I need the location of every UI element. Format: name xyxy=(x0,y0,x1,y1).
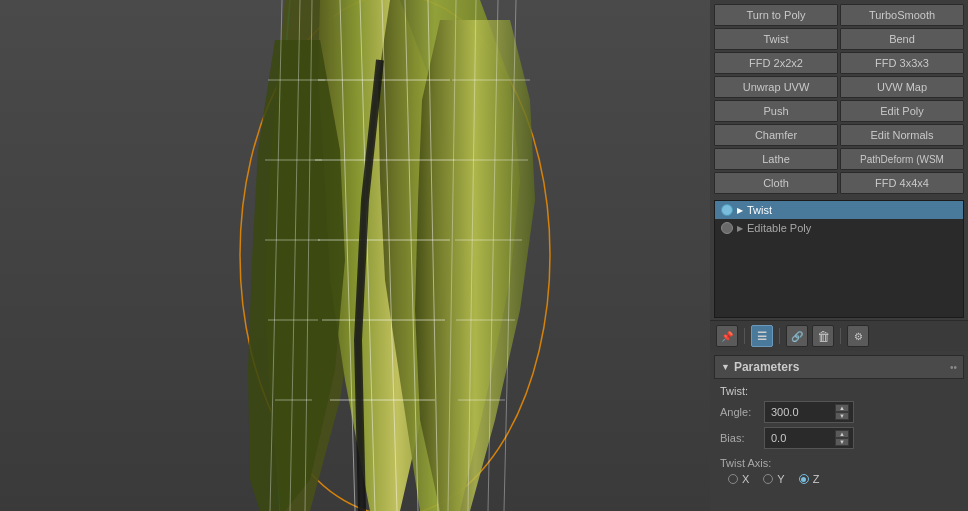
stack-arrow-editable-poly: ▶ xyxy=(737,224,743,233)
stack-eye-editable-poly[interactable] xyxy=(721,222,733,234)
stack-arrow-twist: ▶ xyxy=(737,206,743,215)
stack-item-twist[interactable]: ▶ Twist xyxy=(715,201,963,219)
stack-empty-space xyxy=(715,237,963,317)
pin-icon: 📌 xyxy=(721,331,733,342)
ffd-4x4x4-button[interactable]: FFD 4x4x4 xyxy=(840,172,964,194)
angle-spin-up[interactable]: ▲ xyxy=(835,404,849,412)
divider-1 xyxy=(744,328,745,344)
stack-label-editable-poly: Editable Poly xyxy=(747,222,811,234)
stack-item-editable-poly[interactable]: ▶ Editable Poly xyxy=(715,219,963,237)
link-icon: 🔗 xyxy=(791,331,803,342)
axis-y-group[interactable]: Y xyxy=(763,473,790,485)
lathe-button[interactable]: Lathe xyxy=(714,148,838,170)
ffd-3x3x3-button[interactable]: FFD 3x3x3 xyxy=(840,52,964,74)
bias-row: Bias: 0.0 ▲ ▼ xyxy=(720,427,958,449)
chamfer-button[interactable]: Chamfer xyxy=(714,124,838,146)
uvw-map-button[interactable]: UVW Map xyxy=(840,76,964,98)
axis-z-radio-inner xyxy=(801,477,806,482)
right-panel: Turn to Poly TurboSmooth Twist Bend FFD … xyxy=(710,0,968,511)
parameters-title: Parameters xyxy=(734,360,799,374)
modifier-stack: ▶ Twist ▶ Editable Poly xyxy=(714,200,964,318)
edit-normals-button[interactable]: Edit Normals xyxy=(840,124,964,146)
axis-y-radio[interactable] xyxy=(763,474,773,484)
axis-z-label: Z xyxy=(813,473,820,485)
link-button[interactable]: 🔗 xyxy=(786,325,808,347)
pathdeform-button[interactable]: PathDeform (WSM xyxy=(840,148,964,170)
axis-z-group[interactable]: Z xyxy=(799,473,826,485)
angle-spinbox[interactable]: ▲ ▼ xyxy=(835,404,849,420)
config-icon: ⚙ xyxy=(854,331,863,342)
bias-spin-up[interactable]: ▲ xyxy=(835,430,849,438)
turn-to-poly-button[interactable]: Turn to Poly xyxy=(714,4,838,26)
twist-button[interactable]: Twist xyxy=(714,28,838,50)
bend-button[interactable]: Bend xyxy=(840,28,964,50)
pin-button[interactable]: 📌 xyxy=(716,325,738,347)
twist-axis-label: Twist Axis: xyxy=(720,457,771,469)
parameters-section: ▼ Parameters •• Twist: Angle: 300.0 ▲ ▼ xyxy=(710,351,968,493)
angle-label: Angle: xyxy=(720,406,760,418)
bias-label: Bias: xyxy=(720,432,760,444)
viewport-3d[interactable] xyxy=(0,0,710,511)
bias-spinbox[interactable]: ▲ ▼ xyxy=(835,430,849,446)
twist-axis-row: Twist Axis: xyxy=(720,457,958,469)
axis-x-label: X xyxy=(742,473,749,485)
twist-group-label: Twist: xyxy=(720,385,958,397)
list-icon: ☰ xyxy=(757,330,767,343)
divider-2 xyxy=(779,328,780,344)
bias-spin-down[interactable]: ▼ xyxy=(835,438,849,446)
axis-z-radio[interactable] xyxy=(799,474,809,484)
stack-toolbar: 📌 ☰ 🔗 🗑 ⚙ xyxy=(710,320,968,351)
modifier-buttons-grid: Turn to Poly TurboSmooth Twist Bend FFD … xyxy=(710,0,968,198)
params-options: •• xyxy=(950,362,957,373)
config-button[interactable]: ⚙ xyxy=(847,325,869,347)
bias-value: 0.0 xyxy=(769,431,833,445)
bias-input-box[interactable]: 0.0 ▲ ▼ xyxy=(764,427,854,449)
edit-poly-button[interactable]: Edit Poly xyxy=(840,100,964,122)
axis-x-radio[interactable] xyxy=(728,474,738,484)
axis-y-label: Y xyxy=(777,473,784,485)
viewport-svg xyxy=(0,0,710,511)
ffd-2x2x2-button[interactable]: FFD 2x2x2 xyxy=(714,52,838,74)
delete-icon: 🗑 xyxy=(817,329,830,344)
delete-button[interactable]: 🗑 xyxy=(812,325,834,347)
cloth-button[interactable]: Cloth xyxy=(714,172,838,194)
angle-input-box[interactable]: 300.0 ▲ ▼ xyxy=(764,401,854,423)
turbosmooth-button[interactable]: TurboSmooth xyxy=(840,4,964,26)
push-button[interactable]: Push xyxy=(714,100,838,122)
stack-eye-twist[interactable] xyxy=(721,204,733,216)
unwrap-uvw-button[interactable]: Unwrap UVW xyxy=(714,76,838,98)
parameters-header[interactable]: ▼ Parameters •• xyxy=(714,355,964,379)
angle-spin-down[interactable]: ▼ xyxy=(835,412,849,420)
params-collapse-arrow: ▼ xyxy=(721,362,730,372)
axis-radio-row: X Y Z xyxy=(720,473,958,485)
axis-x-group[interactable]: X xyxy=(728,473,755,485)
modifier-list-button[interactable]: ☰ xyxy=(751,325,773,347)
divider-3 xyxy=(840,328,841,344)
parameters-body: Twist: Angle: 300.0 ▲ ▼ Bias: 0.0 xyxy=(714,381,964,489)
angle-row: Angle: 300.0 ▲ ▼ xyxy=(720,401,958,423)
stack-label-twist: Twist xyxy=(747,204,772,216)
angle-value: 300.0 xyxy=(769,405,833,419)
